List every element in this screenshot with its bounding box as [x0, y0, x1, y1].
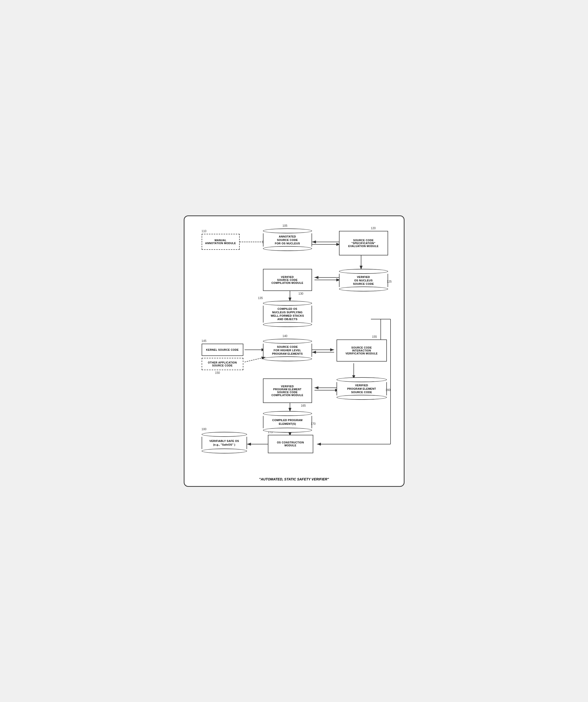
annotated-source-node: 105 ANNOTATEDSOURCE CODEFOR OS NUCLEUS: [263, 228, 312, 251]
cyl-bottom-verifiably-safe: [202, 449, 247, 453]
cyl-top-verified-prog-elem: [336, 377, 387, 382]
num-165: 165: [301, 404, 306, 407]
compiled-nucleus-label: COMPILED OSNUCLEUS SUPPLYINGWELL-FORMED …: [263, 306, 312, 323]
spec-eval-box: SOURCE CODE"SPECIFICATION"EVALUATION MOD…: [339, 231, 388, 255]
svg-line-10: [244, 357, 266, 362]
num-155: 155: [372, 335, 377, 339]
compiled-nucleus-node: 135 COMPILED OSNUCLEUS SUPPLYINGWELL-FOR…: [263, 301, 312, 327]
other-app-source-box: OTHER APPLICATIONSOURCE CODE: [202, 358, 243, 370]
verified-compilation-node: 130 VERIFIEDSOURCE CODECOMPILATION MODUL…: [263, 269, 312, 291]
num-110: 110: [202, 229, 207, 233]
num-140: 140: [283, 334, 288, 338]
annotated-source-label: ANNOTATEDSOURCE CODEFOR OS NUCLEUS: [263, 233, 312, 247]
higher-level-source-node: 140 SOURCE CODEFOR HIGHER LEVELPROGRAM E…: [263, 339, 312, 362]
num-120: 120: [371, 227, 376, 230]
num-125: 125: [387, 280, 392, 283]
num-150: 150: [215, 371, 220, 374]
manual-annotation-node: 110 MANUALANNOTATION MODULE: [202, 234, 240, 250]
higher-level-label: SOURCE CODEFOR HIGHER LEVELPROGRAM ELEME…: [263, 344, 312, 357]
cyl-bottom-annotated: [263, 246, 312, 251]
source-interaction-box: SOURCE CODEINTERACTIONVERIFICATION MODUL…: [336, 340, 387, 362]
verified-compilation-box: VERIFIEDSOURCE CODECOMPILATION MODULE: [263, 269, 312, 291]
os-construction-box: OS CONSTRUCTIONMODULE: [268, 435, 313, 453]
manual-annotation-box: MANUALANNOTATION MODULE: [202, 234, 240, 250]
compiled-prog-elem-label: COMPILED PROGRAMELEMENT(S): [263, 416, 312, 428]
verifiably-safe-os-node: 100 VERIFIABLY SAFE OS(e.g., "SafeOS" ): [202, 432, 247, 453]
num-100: 100: [202, 428, 207, 431]
diagram: annotated source (dashed arrow right) --…: [194, 224, 395, 474]
verifiably-safe-label: VERIFIABLY SAFE OS(e.g., "SafeOS" ): [202, 437, 247, 449]
cyl-top-verified-nucleus: [339, 269, 388, 274]
verified-nucleus-label: VERIFIEDOS NUCLEUSSOURCE CODE: [339, 274, 388, 287]
kernel-source-node: 145 KERNEL SOURCE CODE: [202, 344, 243, 356]
num-135: 135: [258, 296, 263, 300]
kernel-source-box: KERNEL SOURCE CODE: [202, 344, 243, 356]
num-145: 145: [202, 339, 207, 343]
cyl-top-annotated: [263, 228, 312, 233]
prog-elem-compilation-box: VERIFIEDPROGRAM ELEMENTSOURCE CODECOMPIL…: [263, 378, 312, 403]
cyl-bottom-compiled-prog-elem: [263, 428, 312, 433]
compiled-prog-elem-node: 170 COMPILED PROGRAMELEMENT(S): [263, 411, 312, 433]
page: annotated source (dashed arrow right) --…: [184, 216, 404, 487]
spec-eval-node: 120 SOURCE CODE"SPECIFICATION"EVALUATION…: [339, 231, 388, 255]
cyl-bottom-compiled-nucleus: [263, 322, 312, 327]
source-interaction-node: 155 SOURCE CODEINTERACTIONVERIFICATION M…: [336, 340, 387, 362]
other-app-source-node: 150 OTHER APPLICATIONSOURCE CODE: [202, 358, 243, 370]
cyl-top-higher-level: [263, 339, 312, 344]
cyl-bottom-verified-prog-elem: [336, 395, 387, 400]
num-130: 130: [299, 292, 303, 296]
num-160: 160: [386, 388, 391, 392]
footer-text: "AUTOMATED, STATIC SAFETY VERIFIER": [194, 477, 394, 481]
cyl-top-compiled-prog-elem: [263, 411, 312, 416]
os-construction-node: 175 OS CONSTRUCTIONMODULE: [268, 435, 313, 453]
num-170: 170: [311, 422, 316, 426]
cyl-top-compiled-nucleus: [263, 301, 312, 306]
verified-nucleus-node: 125 VERIFIEDOS NUCLEUSSOURCE CODE: [339, 269, 388, 292]
prog-elem-compilation-node: 165 VERIFIEDPROGRAM ELEMENTSOURCE CODECO…: [263, 378, 312, 403]
cyl-bottom-verified-nucleus: [339, 286, 388, 291]
cyl-bottom-higher-level: [263, 356, 312, 361]
verified-prog-elem-label: VERIFIEDPROGRAM ELEMENTSOURCE CODE: [336, 382, 387, 395]
num-105: 105: [283, 224, 288, 227]
cyl-top-verifiably-safe: [202, 432, 247, 437]
verified-prog-elem-node: 160 VERIFIEDPROGRAM ELEMENTSOURCE CODE: [336, 377, 387, 400]
